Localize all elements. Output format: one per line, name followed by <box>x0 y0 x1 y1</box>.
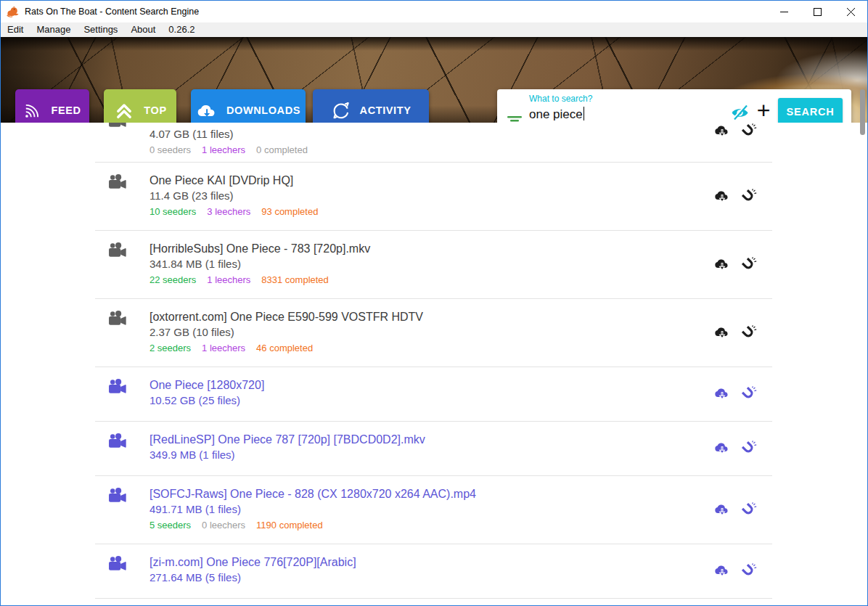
top-button[interactable]: TOP <box>104 89 176 123</box>
menu-manage[interactable]: Manage <box>30 22 77 37</box>
seeders-count: 10 seeders <box>150 206 196 217</box>
result-size: 491.71 MB (1 files) <box>150 502 772 517</box>
result-stats: 22 seeders1 leechers8331 completed <box>150 271 772 285</box>
result-row: One Piece KAI [DVDrip HQ] 11.4 GB (23 fi… <box>95 163 772 231</box>
feed-button[interactable]: FEED <box>15 89 89 123</box>
completed-count: 46 completed <box>256 343 313 353</box>
completed-count: 8331 completed <box>261 274 329 285</box>
magnet-icon[interactable] <box>740 386 758 402</box>
menu-version: 0.26.2 <box>162 22 201 37</box>
result-row: 4.07 GB (11 files) 0 seeders1 leechers0 … <box>95 123 772 163</box>
result-size: 4.07 GB (11 files) <box>150 127 772 142</box>
leechers-count: 0 leechers <box>202 520 245 531</box>
maximize-button[interactable] <box>801 1 834 22</box>
completed-count: 93 completed <box>261 206 318 217</box>
search-panel: What to search? one piece + SEARCH <box>497 89 851 123</box>
result-size: 10.52 GB (25 files) <box>150 393 772 408</box>
filter-icon[interactable] <box>507 115 523 123</box>
result-title[interactable]: One Piece [1280x720] <box>150 377 772 393</box>
menu-edit[interactable]: Edit <box>1 22 30 37</box>
result-actions <box>713 502 758 518</box>
activity-button[interactable]: ACTIVITY <box>313 89 429 123</box>
leechers-count: 3 leechers <box>207 206 250 217</box>
close-button[interactable] <box>834 1 867 22</box>
downloads-button-label: DOWNLOADS <box>226 105 300 116</box>
magnet-icon[interactable] <box>740 441 758 456</box>
video-camera-icon <box>108 311 128 327</box>
result-title[interactable]: [SOFCJ-Raws] One Piece - 828 (CX 1280x72… <box>150 486 772 502</box>
download-icon[interactable] <box>713 502 731 517</box>
result-actions <box>713 386 758 402</box>
result-title[interactable]: [RedLineSP] One Piece 787 [720p] [7BDCD0… <box>150 432 772 448</box>
titlebar: Rats On The Boat - Content Search Engine <box>1 1 867 22</box>
magnet-icon[interactable] <box>740 563 758 579</box>
feed-icon <box>23 101 42 120</box>
chevrons-up-icon <box>113 100 135 120</box>
scrollbar-thumb[interactable] <box>860 89 865 135</box>
result-actions <box>713 257 758 273</box>
magnet-icon[interactable] <box>740 189 758 205</box>
result-stats: 0 seeders1 leechers0 completed <box>150 142 772 155</box>
result-actions <box>713 441 758 456</box>
result-size: 11.4 GB (23 files) <box>150 189 772 203</box>
menu-about[interactable]: About <box>124 22 162 37</box>
window-title: Rats On The Boat - Content Search Engine <box>25 7 199 17</box>
completed-count: 1190 completed <box>256 520 323 531</box>
video-camera-icon <box>108 379 128 395</box>
download-icon[interactable] <box>713 189 731 204</box>
video-camera-icon <box>108 123 128 128</box>
result-size: 341.84 MB (1 files) <box>150 257 772 271</box>
result-row: One Piece [1280x720] 10.52 GB (25 files) <box>95 367 772 422</box>
search-input[interactable]: one piece <box>529 107 731 123</box>
video-camera-icon <box>108 242 128 258</box>
seeders-count: 5 seeders <box>150 520 191 531</box>
result-title[interactable]: [zi-m.com] One Piece 776[720P][Arabic] <box>150 554 772 570</box>
menu-settings[interactable]: Settings <box>77 22 124 37</box>
result-row: [RedLineSP] One Piece 787 [720p] [7BDCD0… <box>95 422 772 476</box>
results-list: 4.07 GB (11 files) 0 seeders1 leechers0 … <box>1 123 867 605</box>
magnet-icon[interactable] <box>740 257 758 273</box>
completed-count: 0 completed <box>256 144 308 155</box>
result-size: 2.37 GB (10 files) <box>150 325 772 340</box>
download-icon[interactable] <box>713 386 731 401</box>
add-provider-icon[interactable]: + <box>753 94 774 123</box>
search-button[interactable]: SEARCH <box>778 98 843 123</box>
download-icon[interactable] <box>713 325 731 340</box>
magnet-icon[interactable] <box>740 502 758 518</box>
download-icon[interactable] <box>713 123 731 139</box>
text-caret <box>584 107 584 120</box>
download-icon[interactable] <box>713 563 731 578</box>
result-actions <box>713 123 758 139</box>
video-camera-icon <box>108 488 128 504</box>
cloud-download-icon <box>196 102 218 119</box>
result-stats: 5 seeders0 leechers1190 completed <box>150 517 772 531</box>
seeders-count: 2 seeders <box>150 343 191 353</box>
video-camera-icon <box>108 556 128 572</box>
feed-button-label: FEED <box>51 105 81 116</box>
result-title[interactable]: [HorribleSubs] One Piece - 783 [720p].mk… <box>150 241 772 257</box>
result-size: 349.9 MB (1 files) <box>150 448 772 462</box>
magnet-icon[interactable] <box>740 325 758 341</box>
video-camera-icon <box>108 433 128 449</box>
result-row: [oxtorrent.com] One Piece E590-599 VOSTF… <box>95 299 772 367</box>
visibility-off-icon[interactable] <box>730 104 750 121</box>
minimize-button[interactable] <box>767 1 801 22</box>
toolbar: FEED TOP DOWNLOADS <box>1 37 867 123</box>
result-row: [zi-m.com] One Piece 776[720P][Arabic] 2… <box>95 544 772 599</box>
activity-button-label: ACTIVITY <box>360 105 412 116</box>
result-title[interactable]: [oxtorrent.com] One Piece E590-599 VOSTF… <box>150 309 772 325</box>
magnet-icon[interactable] <box>740 123 758 139</box>
result-title[interactable]: One Piece KAI [DVDrip HQ] <box>150 173 772 189</box>
result-row: [HorribleSubs] One Piece - 783 [720p].mk… <box>95 231 772 299</box>
download-icon[interactable] <box>713 441 731 456</box>
video-camera-icon <box>108 174 128 190</box>
result-actions <box>713 325 758 341</box>
result-size: 271.64 MB (5 files) <box>150 570 772 585</box>
search-label: What to search? <box>529 94 592 104</box>
result-stats: 2 seeders1 leechers46 completed <box>150 340 772 353</box>
downloads-button[interactable]: DOWNLOADS <box>191 89 306 123</box>
rat-logo-icon <box>6 5 20 18</box>
leechers-count: 1 leechers <box>202 144 245 155</box>
download-icon[interactable] <box>713 257 731 272</box>
app-window: Rats On The Boat - Content Search Engine… <box>0 0 868 606</box>
